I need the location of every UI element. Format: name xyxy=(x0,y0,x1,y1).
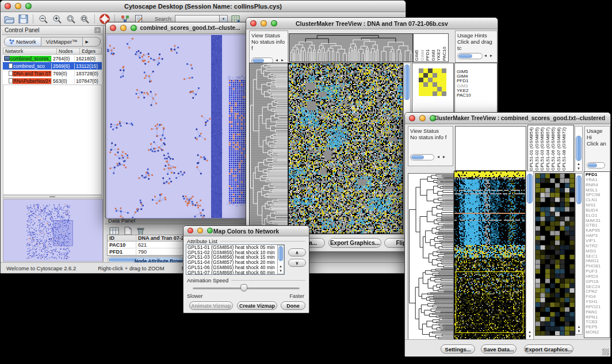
scrollbar-thumb[interactable] xyxy=(527,174,533,204)
main-title-bar[interactable]: Cytoscape Desktop (Session Name: collins… xyxy=(1,1,406,12)
close-icon[interactable] xyxy=(110,25,116,31)
move-up-button[interactable]: ∧ xyxy=(288,248,306,256)
dialog-title-bar[interactable]: Map Colors to Network xyxy=(183,226,309,236)
network-list-row[interactable]: RNAPuberNov2+!563(0)107847(0) xyxy=(3,77,102,85)
zoom-icon[interactable] xyxy=(271,20,277,26)
folder-icon xyxy=(4,56,10,61)
close-icon[interactable] xyxy=(409,115,415,121)
heatmap-vscrollbar[interactable]: ▴ ▾ xyxy=(526,171,534,340)
network-canvas[interactable] xyxy=(106,35,248,219)
minimize-icon[interactable] xyxy=(15,3,21,9)
minimize-icon[interactable] xyxy=(197,228,203,233)
close-icon[interactable] xyxy=(188,228,193,233)
zoom-fit-icon[interactable] xyxy=(79,14,90,24)
usage-hints-scrollbar[interactable] xyxy=(587,162,605,168)
scroll-up-icon[interactable]: ▴ xyxy=(575,162,582,166)
minimize-icon[interactable] xyxy=(120,25,127,31)
save-icon[interactable] xyxy=(17,14,29,24)
row-dendrogram-canvas[interactable] xyxy=(249,63,288,234)
zoom-icon[interactable] xyxy=(25,3,32,9)
tab-overflow-button[interactable]: ▶ xyxy=(83,37,91,46)
gene-labels-list[interactable]: PFD1YRA1RNR4MSL1SPC98CLN1NIS1BUD4ELG1MAK… xyxy=(584,171,610,338)
scroll-down-icon[interactable]: ▾ xyxy=(526,334,533,339)
column-network[interactable]: Network xyxy=(3,48,57,55)
export-graphics-button[interactable]: Export Graphics... xyxy=(328,238,381,248)
heatmap-canvas[interactable] xyxy=(288,63,403,234)
minimize-icon[interactable] xyxy=(261,20,267,26)
move-down-button[interactable]: ∨ xyxy=(288,259,306,267)
float-panel-icon[interactable] xyxy=(94,27,101,35)
scroll-left-icon[interactable]: ◂ xyxy=(437,154,439,160)
export-graphics-button[interactable]: Export Graphics... xyxy=(524,344,573,354)
zoom-out-icon[interactable] xyxy=(37,14,49,24)
scroll-right-icon[interactable]: ▸ xyxy=(443,154,445,160)
treeview2-title-bar[interactable]: ClusterMaker TreeView : combined_scores_… xyxy=(405,113,610,124)
zoom-in-icon[interactable] xyxy=(51,14,63,24)
view-status-scrollbar[interactable] xyxy=(410,154,434,160)
attribute-list-item[interactable]: GPL51-07 (GSM868) heat shock 60 min xyxy=(186,270,284,275)
attribute-list[interactable]: GPL51-01 (GSM854) heat shock 05 minGPL51… xyxy=(186,244,285,275)
save-data-button[interactable]: Save Data... xyxy=(481,344,517,354)
close-icon[interactable] xyxy=(5,3,11,9)
column-edges[interactable]: Edges xyxy=(80,48,102,55)
usage-hints-scrollbar[interactable] xyxy=(457,53,483,59)
tab-network-label: Network xyxy=(16,39,36,45)
export-graphics-label: Export Graphics... xyxy=(525,346,572,352)
network-list-row[interactable]: combined_sco2569(6)13112(15) xyxy=(3,62,102,70)
heatmap-canvas[interactable] xyxy=(454,171,526,340)
network-list-row[interactable]: combined_scores_2764(0)16218(0) xyxy=(3,55,102,62)
settings-label: Settings... xyxy=(445,346,471,352)
animate-vizmap-button[interactable]: Animate Vizmap xyxy=(189,301,233,310)
column-labels-box: GPL51-01 (GSM854)GPL51-02 (GSM855)GPL51-… xyxy=(527,125,574,172)
birdseye-view-canvas[interactable] xyxy=(3,199,103,262)
column-labels-box: GIM5GIM4PFD1GIM3YKE2PAC10 xyxy=(413,33,449,62)
scroll-up-icon[interactable]: ▴ xyxy=(576,324,582,329)
column-id[interactable]: ID xyxy=(108,235,136,241)
treeview-window-combined: ClusterMaker TreeView : combined_scores_… xyxy=(404,112,611,357)
zoom-icon[interactable] xyxy=(131,25,137,31)
scrollbar-thumb[interactable] xyxy=(278,246,283,261)
column-nodes[interactable]: Nodes xyxy=(57,48,80,55)
scroll-up-icon[interactable]: ▴ xyxy=(526,329,533,334)
treeview1-title-bar[interactable]: ClusterMaker TreeView : DNA and Tran 07-… xyxy=(246,18,498,29)
gene-label[interactable]: MON2 xyxy=(586,330,609,335)
attribute-list-scrollbar[interactable]: ▴ ▾ xyxy=(277,245,284,274)
similarity-matrix-canvas[interactable] xyxy=(419,68,446,96)
status-welcome: Welcome to Cytoscape 2.6.2 xyxy=(6,265,76,271)
network-window-title-bar[interactable]: combined_scores_good.txt--cluste... xyxy=(106,22,248,34)
scrollbar-thumb[interactable] xyxy=(576,175,582,204)
tab-vizmapper[interactable]: VizMapper™ xyxy=(41,37,83,46)
settings-button[interactable]: Settings... xyxy=(441,344,475,354)
zoom-icon[interactable] xyxy=(430,115,436,121)
slider-thumb[interactable] xyxy=(240,284,247,292)
resize-grip[interactable] xyxy=(602,348,609,355)
attribute-list-label: Attribute List xyxy=(187,238,217,244)
zoom-icon[interactable] xyxy=(207,228,213,233)
open-icon[interactable] xyxy=(3,14,15,24)
save-data-label: Save Data... xyxy=(483,346,514,352)
network-tab-icon xyxy=(9,39,14,44)
usage-hints-line1: Usage Hi xyxy=(587,128,608,140)
scroll-down-icon[interactable]: ▾ xyxy=(575,166,582,171)
scroll-right-icon[interactable]: ▸ xyxy=(490,52,492,59)
scroll-down-icon[interactable]: ▾ xyxy=(278,269,284,273)
zoom-selected-icon[interactable] xyxy=(65,14,76,24)
panel-divider-handle[interactable] xyxy=(3,195,102,198)
scrollbar-thumb[interactable] xyxy=(404,64,410,100)
create-vizmap-button[interactable]: Create Vizmap xyxy=(237,301,277,310)
done-button[interactable]: Done xyxy=(281,301,305,310)
network-list-row[interactable]: DNA and Tran 07769(0)183728(0) xyxy=(3,70,102,77)
close-icon[interactable] xyxy=(250,20,257,26)
row-dendrogram-canvas[interactable] xyxy=(408,173,454,340)
scroll-up-icon[interactable]: ▴ xyxy=(278,264,284,269)
view-status-line1: View Status xyxy=(251,32,286,39)
scrollbar-thumb[interactable] xyxy=(576,136,582,161)
scroll-down-icon[interactable]: ▾ xyxy=(576,329,582,334)
minimize-icon[interactable] xyxy=(419,115,426,121)
tab-network[interactable]: Network xyxy=(5,37,41,46)
column-dendrogram-canvas[interactable] xyxy=(289,33,413,62)
zoomed-heatmap-canvas[interactable] xyxy=(535,173,575,336)
scroll-left-icon[interactable]: ◂ xyxy=(484,52,487,59)
column-labels-vscrollbar[interactable]: ▴ ▾ xyxy=(575,126,583,172)
zoomed-heatmap-vscrollbar[interactable]: ▴ ▾ xyxy=(575,173,583,335)
